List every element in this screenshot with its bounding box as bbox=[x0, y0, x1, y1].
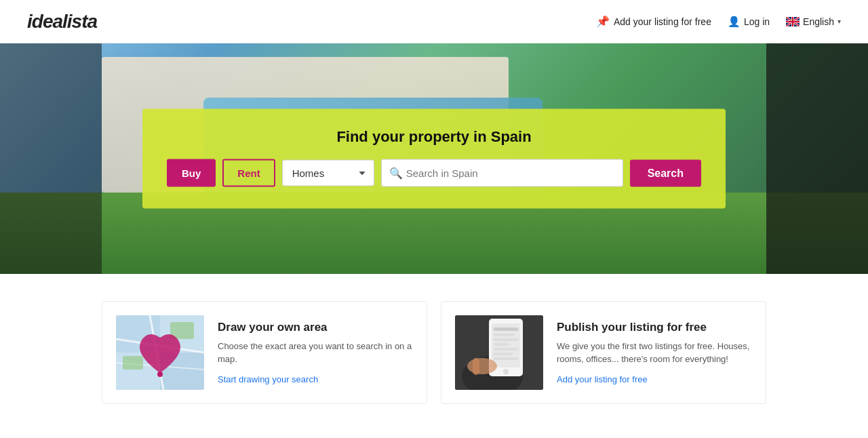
hero-right-panel bbox=[766, 43, 868, 274]
draw-area-link[interactable]: Start drawing your search bbox=[218, 374, 318, 384]
publish-listing-content: Publish your listing for free We give yo… bbox=[557, 321, 752, 385]
person-icon: 👤 bbox=[728, 16, 741, 28]
svg-rect-23 bbox=[473, 358, 479, 375]
property-type-select[interactable]: Homes Offices Garages Land Warehouses bbox=[282, 160, 374, 186]
search-input[interactable] bbox=[381, 159, 623, 187]
hero-title: Find your property in Spain bbox=[167, 128, 701, 146]
search-button[interactable]: Search bbox=[630, 159, 701, 186]
map-image bbox=[116, 315, 204, 390]
draw-area-image bbox=[116, 315, 204, 390]
publish-listing-title: Publish your listing for free bbox=[557, 321, 752, 334]
hero-section: Find your property in Spain Buy Rent Hom… bbox=[0, 43, 868, 274]
draw-area-desc: Choose the exact area you want to search… bbox=[218, 340, 413, 366]
hero-left-panel bbox=[0, 43, 102, 274]
chevron-down-icon: ▾ bbox=[837, 18, 841, 25]
draw-area-title: Draw your own area bbox=[218, 321, 413, 334]
login-label: Log in bbox=[744, 16, 770, 27]
cards-section: Draw your own area Choose the exact area… bbox=[0, 274, 868, 431]
flag-uk-icon bbox=[786, 17, 800, 26]
search-icon: 🔍 bbox=[389, 167, 403, 180]
search-controls: Buy Rent Homes Offices Garages Land Ware… bbox=[167, 159, 701, 187]
publish-listing-image bbox=[455, 315, 543, 390]
svg-point-22 bbox=[467, 358, 497, 374]
header-right: 📌 Add your listing for free 👤 Log in Eng… bbox=[596, 15, 841, 28]
svg-rect-16 bbox=[494, 338, 518, 341]
draw-area-card: Draw your own area Choose the exact area… bbox=[102, 301, 427, 404]
add-listing-link[interactable]: 📌 Add your listing for free bbox=[596, 15, 711, 28]
svg-rect-15 bbox=[494, 334, 514, 336]
language-selector[interactable]: English ▾ bbox=[786, 16, 841, 27]
svg-rect-19 bbox=[494, 353, 513, 355]
draw-area-content: Draw your own area Choose the exact area… bbox=[218, 321, 413, 385]
svg-rect-20 bbox=[494, 357, 518, 360]
search-overlay: Find your property in Spain Buy Rent Hom… bbox=[142, 109, 726, 209]
logo: idealista bbox=[27, 11, 97, 33]
svg-rect-14 bbox=[494, 327, 518, 331]
tab-rent[interactable]: Rent bbox=[222, 159, 275, 187]
svg-rect-17 bbox=[494, 343, 509, 346]
svg-point-9 bbox=[157, 372, 163, 377]
phone-image bbox=[455, 315, 543, 390]
publish-listing-card: Publish your listing for free We give yo… bbox=[441, 301, 766, 404]
search-input-wrapper: 🔍 bbox=[381, 159, 623, 187]
svg-point-21 bbox=[503, 369, 509, 374]
svg-rect-18 bbox=[494, 348, 518, 351]
publish-listing-desc: We give you the first two listings for f… bbox=[557, 340, 752, 366]
publish-listing-link[interactable]: Add your listing for free bbox=[557, 374, 648, 384]
language-label: English bbox=[803, 16, 834, 27]
header: idealista 📌 Add your listing for free 👤 … bbox=[0, 0, 868, 43]
add-listing-label: Add your listing for free bbox=[614, 16, 711, 27]
tab-buy[interactable]: Buy bbox=[167, 159, 216, 187]
pin-icon: 📌 bbox=[596, 15, 610, 28]
svg-rect-7 bbox=[123, 356, 143, 370]
login-link[interactable]: 👤 Log in bbox=[728, 16, 770, 28]
